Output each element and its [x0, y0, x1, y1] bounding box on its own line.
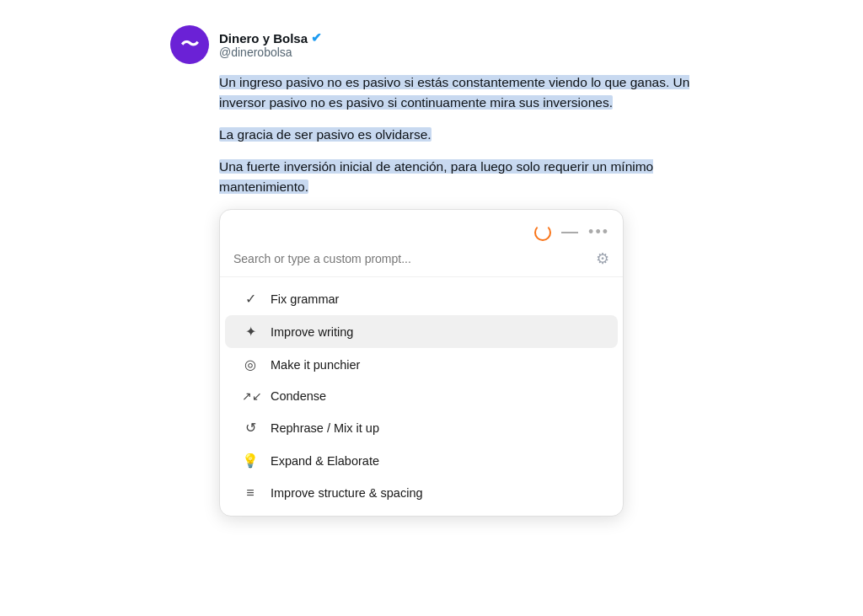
more-options-icon[interactable]: •••: [588, 223, 609, 241]
tweet-header: 〜 Dinero y Bolsa ✔ @dinerobolsa: [170, 25, 693, 64]
page-container: 〜 Dinero y Bolsa ✔ @dinerobolsa Un ingre…: [170, 25, 693, 517]
search-input[interactable]: [233, 252, 589, 265]
loading-spinner-icon: [534, 224, 551, 241]
avatar-icon: 〜: [180, 32, 199, 57]
menu-label-fix-grammar: Fix grammar: [271, 292, 339, 306]
rephrase-icon: ↺: [242, 420, 259, 436]
menu-label-condense: Condense: [271, 389, 326, 403]
menu-label-improve-structure: Improve structure & spacing: [271, 486, 423, 500]
popover-container: ••• ⚙ ✓ Fix grammar ✦ Improve writing ◎ …: [219, 209, 624, 517]
avatar: 〜: [170, 25, 209, 64]
tweet-body: Un ingreso pasivo no es pasivo si estás …: [219, 72, 693, 197]
menu-label-rephrase: Rephrase / Mix it up: [271, 421, 379, 435]
collapse-icon[interactable]: [561, 232, 578, 233]
tweet-paragraph-3: Una fuerte inversión inicial de atención…: [219, 157, 693, 197]
bulb-icon: 💡: [242, 453, 259, 469]
sparkle-icon: ✦: [242, 324, 259, 340]
menu-label-make-punchier: Make it punchier: [271, 358, 360, 372]
author-name: Dinero y Bolsa: [219, 31, 308, 46]
highlight-3: Una fuerte inversión inicial de atención…: [219, 159, 653, 194]
tweet-paragraph-2: La gracia de ser pasivo es olvidarse.: [219, 125, 693, 145]
menu-item-make-punchier[interactable]: ◎ Make it punchier: [225, 348, 618, 381]
highlight-2: La gracia de ser pasivo es olvidarse.: [219, 127, 432, 142]
menu-item-fix-grammar[interactable]: ✓ Fix grammar: [225, 282, 618, 315]
tweet-handle: @dinerobolsa: [219, 46, 322, 59]
menu-item-rephrase[interactable]: ↺ Rephrase / Mix it up: [225, 411, 618, 444]
menu-label-expand: Expand & Elaborate: [271, 454, 379, 468]
settings-icon[interactable]: ⚙: [596, 249, 609, 268]
popover-top-icons: •••: [220, 220, 623, 246]
menu-item-improve-structure[interactable]: ≡ Improve structure & spacing: [225, 477, 618, 509]
menu-item-condense[interactable]: ↗↙ Condense: [225, 381, 618, 411]
popover-search-row: ⚙: [220, 246, 623, 277]
menu-item-improve-writing[interactable]: ✦ Improve writing: [225, 315, 618, 348]
tweet-name: Dinero y Bolsa ✔: [219, 30, 322, 46]
lines-icon: ≡: [242, 485, 259, 501]
highlight-1: Un ingreso pasivo no es pasivo si estás …: [219, 75, 689, 110]
target-icon: ◎: [242, 356, 259, 372]
menu-list: ✓ Fix grammar ✦ Improve writing ◎ Make i…: [220, 282, 623, 509]
menu-item-expand[interactable]: 💡 Expand & Elaborate: [225, 444, 618, 477]
menu-label-improve-writing: Improve writing: [271, 325, 353, 339]
tweet-paragraph-1: Un ingreso pasivo no es pasivo si estás …: [219, 72, 693, 113]
verified-icon: ✔: [311, 30, 322, 46]
check-icon: ✓: [242, 291, 259, 307]
tweet-user-info: Dinero y Bolsa ✔ @dinerobolsa: [219, 30, 322, 59]
condense-icon: ↗↙: [242, 389, 259, 403]
